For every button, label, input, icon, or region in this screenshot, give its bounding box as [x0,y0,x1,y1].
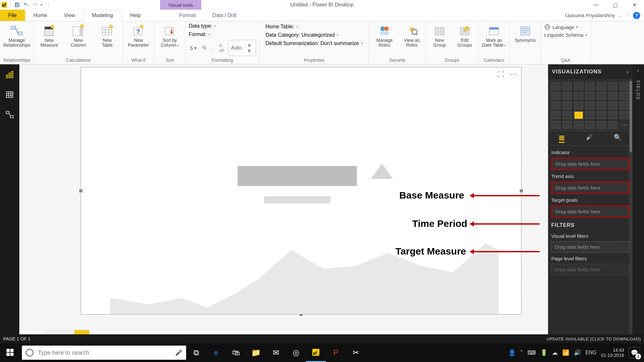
redo-icon[interactable] [32,1,39,8]
thousands-button[interactable]: , [211,44,214,51]
keyboard-icon[interactable]: ⌨ [527,349,536,356]
chrome-icon[interactable]: ◎ [286,343,306,362]
viz-line-alt-icon[interactable] [597,121,606,129]
file-explorer-icon[interactable]: 📁 [246,343,266,362]
well-drop-indicator[interactable]: Drag data fields here [551,158,629,170]
percent-button[interactable]: % [201,44,208,51]
microphone-icon[interactable]: 🎤 [175,349,182,356]
report-canvas[interactable]: ⛶ ⋯ Base Measure Time Period Target Meas… [19,64,548,330]
mark-date-table-button[interactable]: Mark as Date Table [482,24,506,48]
save-icon[interactable] [14,1,21,8]
synonyms-button[interactable]: Synonyms [513,24,537,43]
search-input[interactable] [38,349,171,356]
fields-pane-title[interactable]: FIELDS [636,80,641,100]
new-column-button[interactable]: New Column [66,24,90,48]
new-measure-button[interactable]: New Measure [37,24,62,48]
viz-r-icon[interactable] [620,111,629,119]
page-filters-drop[interactable]: Drag data fields here [551,264,629,275]
viz-funnel-icon[interactable] [608,102,617,109]
viz-arcgis-icon[interactable] [551,121,560,129]
volume-icon[interactable]: 🔊 [574,349,581,356]
manage-relationships-button[interactable]: Manage Relationships [5,24,29,48]
viz-pie-icon[interactable] [551,102,560,109]
expand-fields-icon[interactable]: ‹ [637,68,639,73]
start-button[interactable] [0,343,21,362]
onedrive-icon[interactable]: ☁ [552,349,558,356]
viz-card-icon[interactable] [551,111,560,119]
viz-100-stacked-bar-icon[interactable] [597,82,606,90]
default-summarization-dropdown[interactable]: Default Summarization: Don't summarize▾ [265,41,363,46]
mail-icon[interactable]: ✉ [266,343,286,362]
viz-shape-map-icon[interactable] [563,121,572,129]
collapse-pane-icon[interactable]: › [627,69,629,75]
data-view-button[interactable] [4,89,15,100]
minimize-button[interactable]: — [586,0,605,10]
model-view-button[interactable] [4,109,15,120]
viz-treemap-icon[interactable] [574,102,583,109]
update-available-link[interactable]: UPDATE AVAILABLE (CLICK TO DOWNLOAD) [546,337,641,341]
user-dropdown-icon[interactable]: ⌄ [619,13,622,18]
analytics-mode-icon[interactable]: 🔍 [614,134,622,143]
data-category-dropdown[interactable]: Data Category: Uncategorized▾ [265,32,338,38]
viz-area-icon[interactable] [551,92,560,100]
viz-waterfall-icon[interactable] [608,92,617,100]
viz-line-stacked-column-icon[interactable] [574,92,583,100]
tab-data-drill[interactable]: Data / Drill [204,10,245,21]
viz-table-icon[interactable] [597,111,606,119]
viz-line-icon[interactable] [620,82,629,90]
well-drop-target-goals[interactable]: Drag data fields here [551,205,629,218]
data-type-dropdown[interactable]: Data type:▾ [189,23,216,29]
home-table-dropdown[interactable]: Home Table:▾ [265,24,298,30]
viz-filled-map-icon[interactable] [597,102,606,109]
new-group-button[interactable]: New Group [429,24,450,48]
tab-format[interactable]: Format [171,10,204,21]
viz-stacked-column-icon[interactable] [563,82,572,90]
store-icon[interactable]: 🛍 [226,343,246,362]
snipping-tool-icon[interactable]: ✂ [346,343,366,362]
currency-button[interactable]: $ ▾ [189,44,198,52]
well-drop-trend-axis[interactable]: Drag data fields here [551,181,629,194]
viz-slicer-icon[interactable] [585,111,594,119]
undo-icon[interactable] [23,1,30,8]
pane-scrollbar[interactable] [629,79,632,343]
view-as-roles-button[interactable]: View as Roles [401,24,422,48]
maximize-button[interactable]: ▢ [605,0,625,10]
visual-filters-drop[interactable]: Drag data fields here [551,241,629,253]
viz-multirow-card-icon[interactable] [563,111,572,119]
viz-kpi-icon[interactable] [574,111,583,119]
taskbar-search[interactable]: 🎤 [22,346,186,360]
viz-clustered-column-icon[interactable] [585,82,594,90]
help-icon[interactable]: ? [633,12,640,19]
edge-icon[interactable]: e [206,343,226,362]
tab-home[interactable]: Home [25,10,56,21]
viz-custom-icon[interactable] [608,121,617,129]
viz-gauge-icon[interactable] [620,102,629,109]
fields-mode-icon[interactable]: ▦ [559,134,565,143]
manage-roles-button[interactable]: Manage Roles [372,24,397,48]
tab-help[interactable]: Help [122,10,149,21]
viz-import-more-icon[interactable]: ⋯ [620,121,629,129]
tray-expand-icon[interactable]: ˄ [520,349,523,356]
tab-view[interactable]: View [55,10,83,21]
viz-stacked-area-icon[interactable] [563,92,572,100]
spinner-icon[interactable]: ▲▼ [244,41,254,55]
decimal-places-button[interactable]: .0.00 [217,42,225,53]
viz-ribbon-icon[interactable] [597,92,606,100]
format-dropdown[interactable]: Format:▾ [189,32,210,37]
battery-icon[interactable]: 🔋 [540,349,547,356]
new-table-button[interactable]: New Table [95,24,119,48]
viz-donut-icon[interactable] [563,102,572,109]
people-icon[interactable]: 👤 [508,349,516,356]
linguistic-schema-dropdown[interactable]: Linguistic Schema▾ [544,32,587,38]
auto-decimals-input[interactable]: Auto▲▼ [228,40,256,56]
task-view-icon[interactable]: ⧉ [186,343,206,362]
action-center-icon[interactable]: 💬4 [629,347,640,358]
tab-file[interactable]: File [0,10,25,21]
powerpoint-icon[interactable]: P [326,343,346,362]
more-options-icon[interactable]: ⋯ [510,70,517,79]
tab-modeling[interactable]: Modeling [83,10,122,21]
viz-python-icon[interactable] [574,121,583,129]
scrollbar-thumb[interactable] [630,81,632,152]
viz-matrix-icon[interactable] [608,111,617,119]
new-parameter-button[interactable]: ?New Parameter [126,24,151,48]
